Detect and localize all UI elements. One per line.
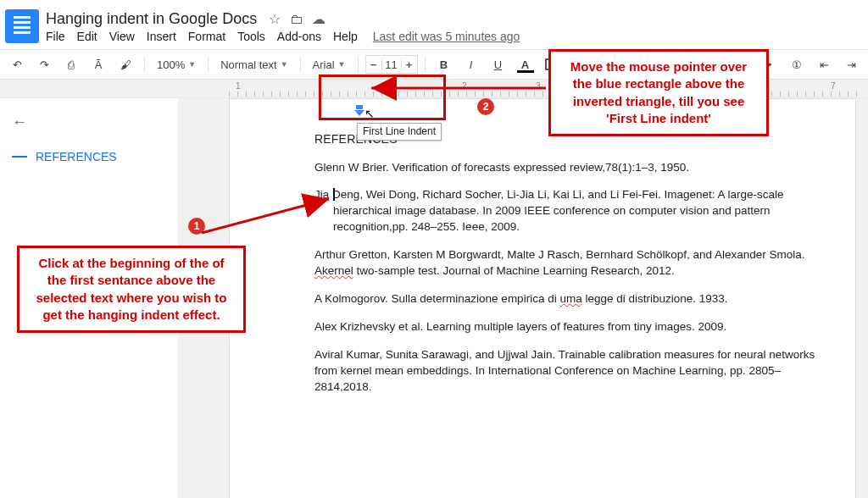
menu-edit[interactable]: Edit: [77, 30, 97, 43]
ruler-num-2: 2: [462, 81, 467, 91]
reference-entry: A Kolmogorov. Sulla determinazione empir…: [314, 291, 837, 307]
undo-button[interactable]: ↶: [5, 53, 29, 75]
menu-insert[interactable]: Insert: [147, 30, 176, 43]
star-icon[interactable]: ☆: [269, 12, 281, 26]
ruler-num-7: 7: [831, 81, 836, 91]
annotation-highlight-box: [319, 75, 446, 120]
reference-entry: Aviral Kumar, Sunita Sarawagi, and Ujjwa…: [314, 347, 837, 396]
text-color-button[interactable]: A: [514, 53, 537, 75]
menu-tools[interactable]: Tools: [237, 30, 265, 43]
font-size-plus[interactable]: +: [402, 58, 417, 71]
edit-history-link[interactable]: Last edit was 5 minutes ago: [373, 30, 520, 43]
menu-bar: File Edit View Insert Format Tools Add-o…: [46, 30, 860, 43]
text-caret: [333, 188, 335, 201]
annotation-step-1-badge: 1: [188, 218, 205, 235]
italic-button[interactable]: I: [459, 53, 483, 75]
paint-format-button[interactable]: 🖌: [114, 53, 137, 75]
docs-app-icon[interactable]: [5, 9, 39, 43]
underline-button[interactable]: U: [487, 53, 510, 75]
annotation-callout-step1: Click at the beginning of the of the fir…: [17, 246, 246, 333]
paragraph-style-dropdown[interactable]: Normal text▼: [215, 53, 292, 75]
page-canvas-area: ↖ First Line Indent REFERENCES Glenn W B…: [178, 98, 868, 498]
title-bar: Hanging indent in Google Docs ☆ 🗀 ☁ File…: [0, 0, 868, 49]
document-page[interactable]: ↖ First Line Indent REFERENCES Glenn W B…: [229, 98, 856, 498]
move-icon[interactable]: 🗀: [290, 12, 303, 26]
zoom-dropdown[interactable]: 100%▼: [152, 53, 201, 75]
reference-entry: Glenn W Brier. Verification of forecasts…: [314, 160, 837, 176]
reference-entry: Alex Krizhevsky et al. Learning multiple…: [314, 319, 837, 335]
outline-back-button[interactable]: ←: [12, 113, 164, 131]
redo-button[interactable]: ↷: [32, 53, 56, 75]
cloud-icon[interactable]: ☁: [312, 12, 326, 26]
font-size-value[interactable]: 11: [381, 58, 402, 71]
menu-view[interactable]: View: [109, 30, 135, 43]
menu-addons[interactable]: Add-ons: [277, 30, 321, 43]
annotation-callout-step2: Move the mouse pointer over the blue rec…: [548, 49, 769, 136]
outline-item-references[interactable]: REFERENCES: [12, 150, 164, 163]
doc-title[interactable]: Hanging indent in Google Docs: [46, 10, 257, 28]
increase-indent-button[interactable]: ⇥: [839, 53, 863, 75]
menu-format[interactable]: Format: [188, 30, 225, 43]
font-family-dropdown[interactable]: Arial▼: [308, 53, 351, 75]
title-icons: ☆ 🗀 ☁: [269, 11, 331, 27]
menu-help[interactable]: Help: [333, 30, 358, 43]
ruler-num-neg1: 1: [236, 81, 241, 91]
first-line-indent-tooltip: First Line Indent: [357, 123, 442, 141]
reference-entry: Jia Deng, Wei Dong, Richard Socher, Li-J…: [314, 187, 837, 235]
annotation-step-2-badge: 2: [477, 98, 494, 115]
ruler-num-3: 3: [536, 81, 541, 91]
bold-button[interactable]: B: [432, 53, 456, 75]
font-size-stepper[interactable]: − 11 +: [365, 55, 418, 74]
spellcheck-button[interactable]: Ā: [86, 53, 110, 75]
menu-file[interactable]: File: [46, 30, 65, 43]
font-size-minus[interactable]: −: [366, 58, 381, 71]
decrease-indent-button[interactable]: ⇤: [812, 53, 836, 75]
reference-entry: Arthur Gretton, Karsten M Borgwardt, Mal…: [314, 247, 837, 279]
numbered-list-button[interactable]: ①: [785, 53, 809, 75]
print-button[interactable]: ⎙: [59, 53, 83, 75]
